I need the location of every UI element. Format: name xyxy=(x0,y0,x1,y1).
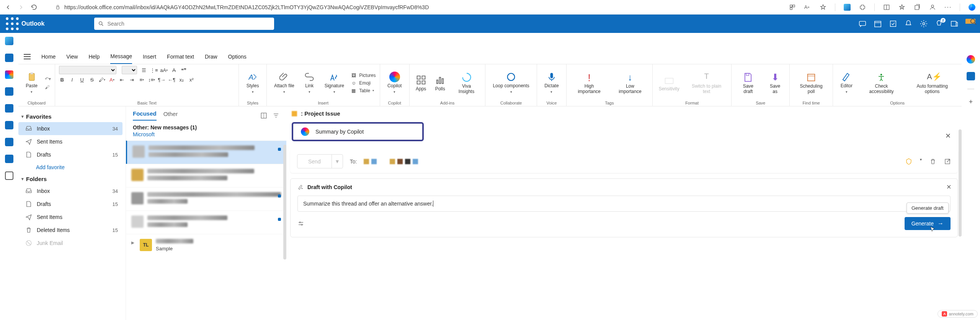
split-icon[interactable] xyxy=(883,4,890,11)
search-box[interactable] xyxy=(94,18,274,30)
tab-home[interactable]: Home xyxy=(41,50,56,64)
folder-junk[interactable]: Junk Email xyxy=(18,237,122,250)
app-launcher-icon[interactable] xyxy=(5,16,20,31)
right-copilot-icon[interactable] xyxy=(967,55,975,64)
rail-todo-icon[interactable] xyxy=(5,121,13,129)
align-icon[interactable]: ≡▾ xyxy=(139,77,145,83)
signature-button[interactable]: Signature xyxy=(321,72,348,95)
generate-button[interactable]: Generate draft Generate → xyxy=(905,217,951,230)
rail-more-apps-icon[interactable] xyxy=(5,171,13,180)
send-caret-icon[interactable]: ▾ xyxy=(332,155,343,168)
paste-button[interactable]: Paste xyxy=(22,72,41,95)
draft-close-icon[interactable]: ✕ xyxy=(946,183,951,191)
save-as-button[interactable]: ⬇Save as xyxy=(764,72,786,94)
italic-icon[interactable]: I xyxy=(69,77,75,83)
pane-scrollbar[interactable] xyxy=(959,129,962,237)
profile-icon[interactable] xyxy=(929,4,936,11)
tab-format-text[interactable]: Format text xyxy=(167,50,194,64)
folder-drafts[interactable]: Drafts15 xyxy=(18,198,122,211)
rail-mail-icon[interactable] xyxy=(5,37,13,45)
table-button[interactable]: ▦Table ▾ xyxy=(351,88,376,93)
favorites-icon[interactable] xyxy=(898,4,905,11)
rail-groups-icon[interactable] xyxy=(5,104,13,113)
styles-button[interactable]: A Styles xyxy=(243,72,263,95)
tab-view[interactable]: View xyxy=(66,50,78,64)
line-spacing-icon[interactable]: ↕≡▾ xyxy=(149,77,155,83)
case-icon[interactable]: aA▾ xyxy=(161,67,167,73)
rail-people-icon[interactable] xyxy=(5,87,13,96)
folder-inbox-fav[interactable]: Inbox34 xyxy=(18,122,122,135)
collections-icon[interactable] xyxy=(914,4,921,11)
strike-icon[interactable]: S xyxy=(89,77,95,83)
tab-insert[interactable]: Insert xyxy=(143,50,156,64)
viva-button[interactable]: Viva Insights xyxy=(452,72,482,94)
folder-deleted[interactable]: Deleted Items15 xyxy=(18,224,122,237)
other-header[interactable]: Other: New messages (1) xyxy=(126,121,286,131)
font-family-select[interactable] xyxy=(59,66,116,74)
search-input[interactable] xyxy=(107,21,270,27)
bullets-icon[interactable]: ☰ xyxy=(141,67,147,73)
layout-icon[interactable] xyxy=(260,111,267,120)
draft-prompt-input[interactable]: Summarize this thread and offer an alter… xyxy=(297,196,951,212)
encrypt-caret-icon[interactable]: ▾ xyxy=(920,157,922,166)
message-item-5[interactable]: ▸ TL Sample xyxy=(126,234,286,256)
dictate-button[interactable]: Dictate xyxy=(541,72,562,95)
tab-draw[interactable]: Draw xyxy=(205,50,217,64)
pictures-button[interactable]: 🖼Pictures xyxy=(351,73,376,78)
rail-calendar-icon[interactable] xyxy=(5,54,13,62)
highlight-icon[interactable]: 🖊▾ xyxy=(99,77,105,83)
tab-other[interactable]: Other xyxy=(163,111,178,120)
folder-sent-fav[interactable]: Sent Items xyxy=(18,135,122,148)
folder-pane-toggle-icon[interactable] xyxy=(24,54,31,59)
send-button[interactable]: Send ▾ xyxy=(297,154,343,168)
tab-options[interactable]: Options xyxy=(228,50,247,64)
rail-org-icon[interactable] xyxy=(5,138,13,146)
tab-focused[interactable]: Focused xyxy=(133,110,157,121)
add-favorite-link[interactable]: Add favorite xyxy=(18,161,122,173)
folders-section[interactable]: ▾Folders xyxy=(18,173,122,184)
filter-icon[interactable] xyxy=(273,111,279,120)
save-draft-button[interactable]: Save draft xyxy=(735,72,761,94)
notifications-icon[interactable] xyxy=(904,20,913,28)
teams-chat-icon[interactable] xyxy=(858,20,867,28)
message-item-3[interactable] xyxy=(126,187,286,211)
favorite-star-icon[interactable] xyxy=(820,4,826,11)
underline-icon[interactable]: U xyxy=(79,77,85,83)
list-scrollbar[interactable] xyxy=(283,145,286,260)
copilot-button[interactable]: Copilot xyxy=(384,72,405,95)
rtl-icon[interactable]: ←¶ xyxy=(168,77,175,83)
news-icon[interactable] xyxy=(950,20,959,28)
font-color-icon[interactable]: A▾ xyxy=(109,77,115,83)
polls-button[interactable]: Polls xyxy=(433,75,448,91)
folder-inbox[interactable]: Inbox34 xyxy=(18,184,122,198)
numbering-icon[interactable]: ⋮≡ xyxy=(151,67,157,73)
message-item-1[interactable] xyxy=(126,140,286,164)
message-item-4[interactable] xyxy=(126,211,286,234)
apps-button[interactable]: Apps xyxy=(413,75,429,91)
copilot-edge-icon[interactable] xyxy=(969,4,975,11)
refresh-icon[interactable] xyxy=(31,4,38,11)
settings-icon[interactable] xyxy=(920,20,928,28)
myday-icon[interactable] xyxy=(889,20,897,28)
back-icon[interactable] xyxy=(5,4,11,11)
right-add-icon[interactable]: + xyxy=(967,98,975,106)
format-painter-icon[interactable]: 🖌 xyxy=(45,85,51,90)
indent-icon[interactable]: ⇥ xyxy=(129,77,135,83)
loop-button[interactable]: Loop components xyxy=(489,72,533,95)
other-sub[interactable]: Microsoft xyxy=(126,131,286,140)
right-outlook-icon[interactable] xyxy=(967,72,975,80)
encrypt-icon[interactable] xyxy=(905,157,912,166)
undo-icon[interactable]: ↶▾ xyxy=(45,76,51,82)
rail-onedrive-icon[interactable] xyxy=(5,155,13,163)
puzzle-icon[interactable] xyxy=(859,4,866,11)
popout-icon[interactable] xyxy=(944,157,951,166)
folder-drafts-fav[interactable]: Drafts15 xyxy=(18,148,122,161)
bold-icon[interactable]: B xyxy=(59,77,65,83)
high-importance-button[interactable]: !High importance xyxy=(570,72,608,94)
folder-sent[interactable]: Sent Items xyxy=(18,211,122,224)
favorites-section[interactable]: ▾Favorites xyxy=(18,111,122,122)
attach-file-button[interactable]: Attach file xyxy=(271,72,298,95)
quote-icon[interactable]: ❝❞ xyxy=(181,67,187,73)
scheduling-poll-button[interactable]: Scheduling poll xyxy=(794,72,829,94)
low-importance-button[interactable]: ↓Low importance xyxy=(612,72,648,94)
